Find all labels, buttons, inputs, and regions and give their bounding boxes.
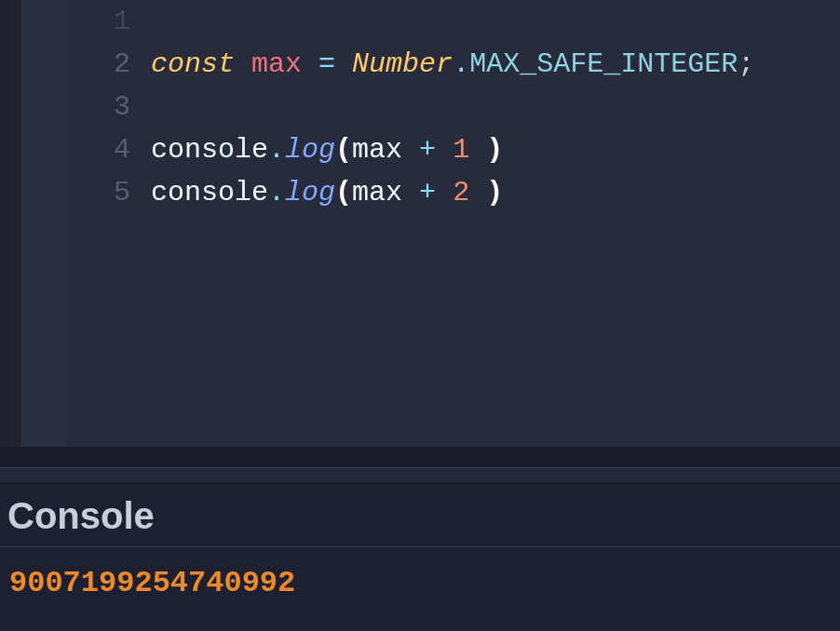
pane-resize-handle[interactable]: [0, 467, 840, 484]
dot: .: [268, 134, 285, 166]
pane-divider: [0, 447, 840, 467]
identifier-max: max: [352, 134, 402, 166]
line-number: 5: [67, 171, 130, 214]
code-line-4[interactable]: console.log(max + 1 ): [151, 128, 840, 171]
editor-gutter-margin: [20, 0, 67, 447]
console-title: Console: [7, 495, 833, 537]
code-line-3[interactable]: [151, 86, 840, 128]
class-number: Number: [352, 48, 453, 80]
object-console: console: [151, 177, 268, 208]
line-number: 2: [67, 43, 130, 86]
method-log: log: [285, 134, 335, 166]
operator-plus: +: [419, 177, 436, 208]
semicolon: ;: [738, 48, 754, 80]
code-line-2[interactable]: const max = Number.MAX_SAFE_INTEGER;: [151, 43, 840, 86]
console-panel: Console 9007199254740992: [0, 484, 840, 631]
dot: .: [453, 48, 469, 80]
console-header: Console: [0, 484, 840, 546]
console-body[interactable]: 9007199254740992: [0, 547, 840, 620]
dot: .: [268, 177, 285, 208]
paren-close: ): [486, 177, 503, 208]
identifier-max: max: [251, 48, 302, 80]
number-literal: 2: [453, 177, 469, 208]
number-literal: 1: [453, 134, 469, 166]
console-output-line: 9007199254740992: [9, 564, 831, 603]
operator-equals: =: [318, 48, 335, 80]
paren-close: ): [486, 134, 503, 166]
workspace: 1 2 3 4 5 const max = Number.MAX_SAFE_IN…: [0, 0, 840, 631]
operator-plus: +: [419, 134, 436, 166]
editor-pane: 1 2 3 4 5 const max = Number.MAX_SAFE_IN…: [0, 0, 840, 447]
prop-max-safe-integer: MAX_SAFE_INTEGER: [469, 48, 738, 80]
editor-main[interactable]: 1 2 3 4 5 const max = Number.MAX_SAFE_IN…: [67, 0, 840, 447]
line-number-gutter: 1 2 3 4 5: [67, 0, 151, 447]
paren-open: (: [335, 134, 352, 166]
line-number: 1: [67, 0, 130, 43]
code-line-1[interactable]: [151, 0, 840, 43]
editor-gutter-fold: [0, 0, 20, 447]
line-number: 4: [67, 128, 130, 171]
object-console: console: [151, 134, 268, 166]
paren-open: (: [335, 177, 352, 208]
code-area[interactable]: const max = Number.MAX_SAFE_INTEGER; con…: [151, 0, 840, 447]
keyword-const: const: [151, 48, 235, 80]
line-number: 3: [67, 86, 130, 128]
method-log: log: [285, 177, 335, 208]
identifier-max: max: [352, 177, 402, 208]
code-line-5[interactable]: console.log(max + 2 ): [151, 171, 840, 214]
